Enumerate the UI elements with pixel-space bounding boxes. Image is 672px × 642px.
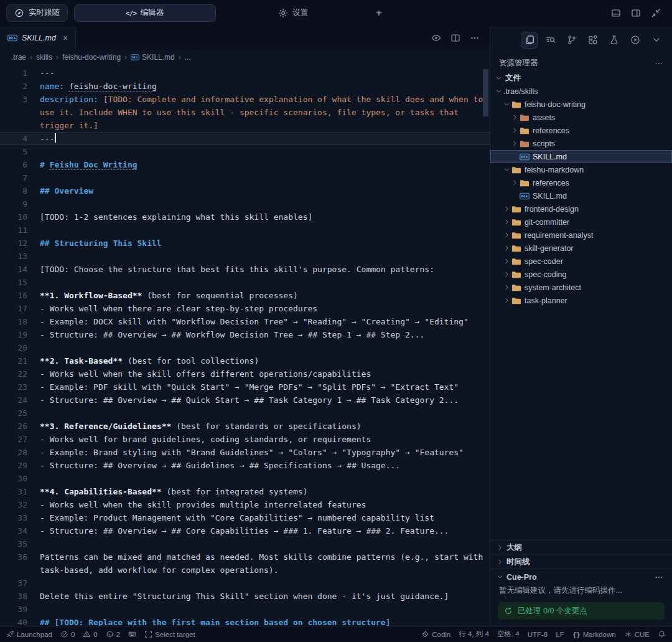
code-line[interactable]: 28- Example: Brand styling with "Brand G… (0, 446, 490, 459)
cuepro-section-header[interactable]: Cue-Pro ⋯ (490, 569, 672, 583)
close-tab-icon[interactable]: × (63, 33, 68, 43)
files-section-header[interactable]: 文件 (490, 72, 672, 85)
breadcrumb-item[interactable]: .trae (11, 53, 26, 62)
tab-realtime-follow[interactable]: 实时跟随 (6, 4, 68, 22)
launchpad-button[interactable]: Launchpad (6, 630, 52, 638)
code-editor[interactable]: 1---2name: feishu-doc-writing3descriptio… (0, 65, 490, 626)
collapse-icon[interactable] (651, 8, 661, 18)
language-mode[interactable]: {}Markdown (572, 630, 616, 638)
tree-item--trae-skills[interactable]: .trae/skills (490, 85, 672, 98)
run-icon[interactable] (627, 32, 643, 49)
timeline-section-header[interactable]: 时间线 (490, 554, 672, 569)
code-line[interactable]: 2name: feishu-doc-writing (0, 80, 490, 93)
code-line[interactable]: 10[TODO: 1-2 sentences explaining what t… (0, 210, 490, 224)
code-line[interactable]: 12## Structuring This Skill (0, 237, 490, 250)
code-line[interactable]: 38Delete this entire "Structuring This S… (0, 590, 490, 603)
tree-item-feishu-markdown[interactable]: feishu-markdown (490, 163, 672, 176)
code-line[interactable]: 1--- (0, 67, 490, 80)
code-line[interactable]: 25 (0, 407, 490, 420)
tree-item-assets[interactable]: assets (490, 111, 672, 124)
code-line[interactable]: 24- Structure: ## Overview → ## Quick St… (0, 394, 490, 407)
explorer-more-icon[interactable]: ⋯ (655, 59, 664, 68)
notifications-button[interactable] (658, 630, 666, 638)
encoding[interactable]: UTF-8 (528, 631, 548, 638)
code-line[interactable]: 19- Structure: ## Overview → ## Workflow… (0, 328, 490, 341)
code-line[interactable]: 17- Works well when there are clear step… (0, 302, 490, 315)
code-line[interactable]: 9 (0, 197, 490, 210)
tree-item-skill-generator[interactable]: skill-generator (490, 242, 672, 255)
code-line[interactable]: 18- Example: DOCX skill with "Workflow D… (0, 315, 490, 328)
tab-settings[interactable]: 设置 (222, 4, 364, 22)
tree-item-requirement-analyst[interactable]: requirement-analyst (490, 229, 672, 242)
tree-item-spec-coding[interactable]: spec-coding (490, 268, 672, 281)
search-icon[interactable] (542, 32, 559, 49)
code-line[interactable]: 4--- (0, 132, 490, 145)
chevron-down-icon[interactable] (648, 32, 665, 49)
code-line[interactable]: 40## [TODO: Replace with the first main … (0, 616, 490, 626)
keyboard-button[interactable] (128, 630, 136, 638)
breadcrumb-item[interactable]: feishu-doc-writing (62, 53, 121, 62)
tree-item-scripts[interactable]: scripts (490, 137, 672, 150)
code-line[interactable]: 35 (0, 537, 490, 550)
code-line[interactable]: 22- Works well when the skill offers dif… (0, 367, 490, 380)
beaker-icon[interactable] (605, 32, 622, 49)
editor-scrollbar[interactable] (483, 69, 488, 116)
warnings-count[interactable]: 0 (83, 630, 97, 638)
eol-setting[interactable]: LF (556, 631, 564, 638)
tree-item-skill-md[interactable]: SKILL.md (490, 150, 672, 163)
code-line[interactable]: 23- Example: PDF skill with "Quick Start… (0, 380, 490, 394)
panel-bottom-icon[interactable] (611, 8, 621, 18)
code-line[interactable]: 8## Overview (0, 184, 490, 197)
cuepro-processed-banner[interactable]: 已处理 0/0 个变更点 (498, 602, 665, 620)
breadcrumb-item[interactable]: skills (36, 53, 52, 62)
code-line[interactable]: 20 (0, 341, 490, 354)
codin-button[interactable]: Codin (421, 630, 450, 638)
code-line[interactable]: 6# Feishu Doc Writing (0, 158, 490, 171)
code-line[interactable]: 27- Works well for brand guidelines, cod… (0, 433, 490, 446)
select-target-button[interactable]: Select target (144, 630, 195, 638)
cuepro-more-icon[interactable]: ⋯ (655, 572, 668, 582)
tree-item-frontend-design[interactable]: frontend-design (490, 202, 672, 215)
outline-section-header[interactable]: 大纲 (490, 540, 672, 554)
tab-editor[interactable]: </> 编辑器 (74, 4, 216, 22)
code-line[interactable]: 36Patterns can be mixed and matched as n… (0, 550, 490, 577)
code-line[interactable]: 5 (0, 145, 490, 158)
code-line[interactable]: 31**4. Capabilities-Based** (best for in… (0, 485, 490, 498)
tree-item-spec-coder[interactable]: spec-coder (490, 255, 672, 268)
code-line[interactable]: 14[TODO: Choose the structure that best … (0, 263, 490, 276)
code-line[interactable]: 16**1. Workflow-Based** (best for sequen… (0, 289, 490, 302)
infos-count[interactable]: 2 (106, 630, 120, 638)
panel-right-icon[interactable] (631, 8, 641, 18)
tree-item-skill-md[interactable]: SKILL.md (490, 189, 672, 202)
code-line[interactable]: 29- Structure: ## Overview → ## Guidelin… (0, 459, 490, 472)
breadcrumb-item[interactable]: ... (185, 53, 191, 62)
code-line[interactable]: 37 (0, 577, 490, 590)
tree-item-feishu-doc-writing[interactable]: feishu-doc-writing (490, 98, 672, 111)
indent-setting[interactable]: 空格: 4 (497, 630, 520, 639)
breadcrumb-item[interactable]: SKILL.md (131, 53, 175, 62)
git-branch-icon[interactable] (563, 32, 580, 49)
code-line[interactable]: 34- Structure: ## Overview → ## Core Cap… (0, 524, 490, 537)
tree-item-references[interactable]: references (490, 176, 672, 189)
code-line[interactable]: 21**2. Task-Based** (best for tool colle… (0, 354, 490, 367)
code-line[interactable]: 26**3. Reference/Guidelines** (best for … (0, 420, 490, 433)
tree-item-git-committer[interactable]: git-committer (490, 215, 672, 229)
editor-tab-skill-md[interactable]: SKILL.md × (0, 26, 76, 49)
preview-icon[interactable] (431, 33, 441, 43)
code-line[interactable]: 15 (0, 276, 490, 289)
code-line[interactable]: 33- Example: Product Management with "Co… (0, 511, 490, 524)
new-tab-button[interactable]: + (370, 4, 388, 22)
errors-count[interactable]: 0 (60, 630, 75, 638)
code-line[interactable]: 32- Works well when the skill provides m… (0, 498, 490, 511)
extensions-icon[interactable] (584, 32, 601, 49)
code-line[interactable]: 30 (0, 472, 490, 485)
code-line[interactable]: 13 (0, 250, 490, 263)
code-line[interactable]: 39 (0, 603, 490, 616)
tree-item-task-planner[interactable]: task-planner (490, 294, 672, 307)
code-line[interactable]: 7 (0, 171, 490, 184)
more-actions-icon[interactable] (470, 33, 480, 43)
cursor-position[interactable]: 行 4, 列 4 (459, 630, 489, 639)
tree-item-references[interactable]: references (490, 124, 672, 137)
code-line[interactable]: 11 (0, 224, 490, 237)
files-icon[interactable] (521, 32, 538, 49)
